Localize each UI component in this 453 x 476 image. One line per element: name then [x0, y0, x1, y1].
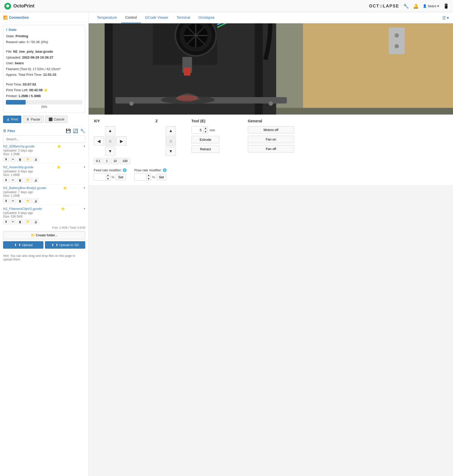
file-move-3[interactable]: ✂: [10, 199, 16, 203]
step-1-button[interactable]: 1: [104, 158, 110, 164]
upload-sd-button[interactable]: ⬆ ⬆ Upload to SD: [45, 241, 85, 249]
tool-control-section: Tool (E) ▲ ▼ mm Extr: [191, 119, 243, 153]
printed-value: 1.2MB / 5.3MB: [18, 94, 41, 98]
file-name-3[interactable]: N2_BatteryBox-Body2.gcode ⭐ ▾: [3, 186, 85, 190]
feed-rate-info-icon[interactable]: i: [123, 168, 127, 172]
step-100-button[interactable]: 100: [120, 158, 130, 164]
camera-svg: [89, 23, 453, 115]
hamburger-icon: ☰: [442, 16, 446, 20]
file-folder-3[interactable]: 📁: [24, 199, 32, 203]
progress-text: 26%: [6, 105, 82, 109]
pause-button[interactable]: ⏸ Pause: [23, 116, 44, 123]
file-move-1[interactable]: ✂: [10, 157, 16, 162]
print-button[interactable]: 🖨 Print: [3, 116, 21, 123]
file-folder-2[interactable]: 📁: [24, 178, 32, 183]
step-10-button[interactable]: 10: [111, 158, 119, 164]
notifications-icon[interactable]: 🔔: [413, 3, 419, 9]
mm-value-input[interactable]: [192, 126, 203, 134]
flow-rate-decrement[interactable]: ▼: [146, 177, 151, 181]
tab-terminal[interactable]: Terminal: [173, 12, 194, 23]
mm-increment-button[interactable]: ▲: [203, 126, 208, 130]
refresh-icon[interactable]: 🔄: [73, 128, 78, 133]
file-delete-2[interactable]: 🗑: [17, 178, 23, 183]
file-delete-1[interactable]: 🗑: [17, 157, 23, 162]
step-01-button[interactable]: 0.1: [94, 158, 103, 164]
file-move-4[interactable]: ✂: [10, 219, 16, 224]
file-chevron-3[interactable]: ▾: [84, 186, 85, 190]
svg-rect-2: [303, 23, 453, 115]
z-plus-button[interactable]: ▲: [166, 126, 176, 135]
file-meta-4: Uploaded: 6 days ago Size: 536.5KB: [3, 211, 85, 218]
feed-rate-label: Feed rate modifier: i: [94, 168, 127, 172]
file-name-2[interactable]: N2_Assembly.gcode ⭐ ▾: [3, 165, 85, 169]
wrench-icon[interactable]: 🔧: [80, 128, 85, 133]
file-download-3[interactable]: ⬇: [3, 199, 9, 203]
tab-temperature[interactable]: Temperature: [93, 12, 121, 23]
feed-rate-decrement[interactable]: ▼: [106, 177, 110, 181]
print-label: Print: [11, 117, 18, 121]
file-chevron-2[interactable]: ▾: [84, 165, 85, 169]
tool-label: Tool (E): [191, 119, 243, 123]
file-print-3[interactable]: 🖨: [33, 199, 39, 203]
state-label: State: [8, 28, 17, 32]
user-icon: 👤: [423, 4, 427, 8]
file-print-1[interactable]: 🖨: [33, 157, 39, 162]
flow-rate-info-icon[interactable]: i: [163, 168, 167, 172]
y-minus-button[interactable]: ▼: [105, 147, 115, 156]
extrude-button[interactable]: Extrude: [191, 136, 220, 143]
home-z-button[interactable]: ⌂: [166, 136, 176, 146]
sd-card-icon[interactable]: 💾: [66, 128, 71, 133]
file-move-2[interactable]: ✂: [10, 178, 16, 183]
feed-rate-set-button[interactable]: Set: [116, 174, 126, 180]
fan-off-button[interactable]: Fan off: [248, 145, 294, 153]
print-time-value: 03:07:02: [23, 82, 36, 86]
cancel-button[interactable]: ⬛ Cancel: [45, 116, 68, 123]
settings-icon[interactable]: 🔧: [403, 3, 409, 9]
motors-off-button[interactable]: Motors off: [248, 126, 294, 134]
file-name-4[interactable]: N2_FilamentClipV2.gcode ⭐ ▾: [3, 207, 85, 211]
print-time-label: Print Time:: [6, 82, 22, 86]
flow-rate-set-button[interactable]: Set: [156, 174, 167, 180]
x-plus-button[interactable]: ▶: [116, 136, 127, 146]
file-delete-3[interactable]: 🗑: [17, 199, 23, 203]
tab-control[interactable]: Control: [121, 12, 141, 23]
mm-spinner: ▲ ▼: [191, 126, 208, 134]
fan-on-button[interactable]: Fan on: [248, 136, 294, 143]
z-minus-button[interactable]: ▼: [166, 147, 176, 156]
file-print-2[interactable]: 🖨: [33, 178, 39, 183]
tab-octolapse[interactable]: Octolapse: [194, 12, 219, 23]
file-download-4[interactable]: ⬇: [3, 219, 9, 224]
file-chevron-4[interactable]: ▾: [84, 207, 85, 210]
mm-unit-label: mm: [210, 128, 215, 132]
file-folder-1[interactable]: 📁: [24, 157, 32, 162]
file-name-1[interactable]: N2_3DBenchy.gcode ⭐ ▾: [3, 144, 85, 148]
general-control-section: General Motors off Fan on Fan off: [248, 119, 294, 153]
status-label: State:: [6, 34, 15, 38]
search-input[interactable]: [3, 135, 85, 143]
file-print-4[interactable]: 🖨: [33, 219, 39, 224]
x-minus-button[interactable]: ◀: [94, 136, 104, 146]
file-row: File: N2_low_poly_bear.gcode: [6, 49, 82, 54]
tab-more-menu[interactable]: ☰ ▾: [442, 15, 449, 20]
mobile-icon[interactable]: 📱: [443, 3, 449, 9]
home-xy-button[interactable]: ⌂: [105, 136, 115, 146]
upload-button[interactable]: ⬆ ⬆ Upload: [3, 241, 43, 249]
user-menu[interactable]: 👤 bears ▾: [423, 4, 439, 8]
file-delete-4[interactable]: 🗑: [17, 219, 23, 224]
y-plus-button[interactable]: ▲: [105, 126, 115, 135]
filament-value: 17.52m / 42.15cm³: [33, 67, 60, 71]
create-folder-button[interactable]: 📁 Create folder...: [3, 231, 85, 239]
list-icon: ☰: [3, 129, 6, 133]
mm-decrement-button[interactable]: ▼: [203, 130, 208, 134]
feed-rate-increment[interactable]: ▲: [106, 173, 110, 177]
file-chevron-1[interactable]: ▾: [84, 145, 85, 148]
file-download-2[interactable]: ⬇: [3, 178, 9, 183]
feed-rate-input[interactable]: [94, 173, 106, 181]
retract-button[interactable]: Retract: [191, 145, 220, 153]
file-star-3: ⭐: [63, 186, 67, 190]
flow-rate-input[interactable]: [135, 173, 146, 181]
flow-rate-increment[interactable]: ▲: [146, 173, 151, 177]
file-download-1[interactable]: ⬇: [3, 157, 9, 162]
file-folder-4[interactable]: 📁: [24, 219, 32, 224]
tab-gcode-viewer[interactable]: GCode Viewer: [141, 12, 173, 23]
